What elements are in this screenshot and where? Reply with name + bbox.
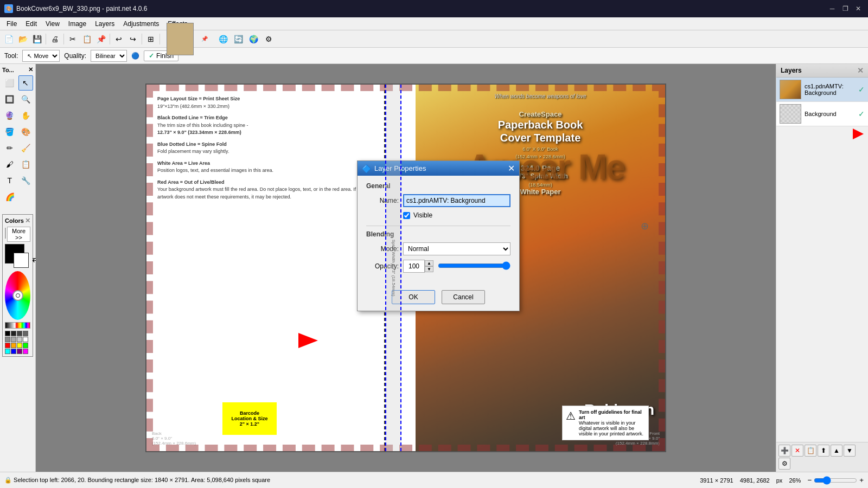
redo-btn[interactable]: ↪ — [126, 33, 139, 46]
layer-properties-btn[interactable]: ⚙ — [778, 458, 790, 470]
swatch-lightgray[interactable] — [11, 337, 16, 342]
text-tool[interactable]: T — [2, 173, 17, 188]
open-btn[interactable]: 📂 — [16, 33, 29, 46]
close-button[interactable]: ✕ — [853, 3, 864, 14]
quick-extra3[interactable]: 🌍 — [247, 33, 260, 46]
swatch-gray[interactable] — [23, 331, 28, 336]
sep3 — [110, 34, 110, 44]
swatch-lime[interactable] — [23, 343, 28, 348]
delete-layer-btn[interactable]: ✕ — [792, 445, 803, 457]
swatch-magenta[interactable] — [23, 349, 28, 354]
opacity-up-btn[interactable]: ▲ — [425, 260, 433, 266]
duplicate-layer-btn[interactable]: 📋 — [805, 445, 816, 457]
eraser-tool[interactable]: 🧹 — [18, 140, 34, 156]
swatch-black[interactable] — [5, 331, 10, 336]
swatch-midgray[interactable] — [5, 337, 10, 342]
add-layer-btn[interactable]: ➕ — [778, 445, 790, 457]
color-gradient-bar[interactable] — [5, 322, 30, 329]
cancel-button[interactable]: Cancel — [442, 290, 485, 304]
swatch-darkgray2[interactable] — [17, 331, 22, 336]
selection-info: 🔒 Selection top left: 2066, 20. Bounding… — [4, 477, 270, 484]
save-btn[interactable]: 💾 — [30, 33, 43, 46]
swatch-white[interactable] — [23, 337, 28, 342]
cut-btn[interactable]: ✂ — [66, 33, 79, 46]
layers-close-button[interactable]: ✕ — [857, 66, 864, 75]
zoom-in-btn[interactable]: + — [859, 476, 864, 484]
layer-visible-2[interactable]: ✓ — [858, 110, 865, 118]
zoom-tool[interactable]: 🔍 — [18, 92, 34, 107]
sample-control: 🔵 — [131, 52, 139, 60]
menu-layers[interactable]: Layers — [91, 17, 119, 30]
move-tool[interactable]: ↖ — [18, 75, 34, 91]
dialog-close-button[interactable]: ✕ — [508, 163, 515, 174]
layer-properties-dialog[interactable]: 🔷 Layer Properties ✕ General Name: — [357, 160, 520, 311]
shapes-tool[interactable]: 🔧 — [18, 173, 34, 188]
pin-btn[interactable]: 📌 — [198, 33, 211, 46]
quick-extra4[interactable]: ⚙ — [262, 33, 275, 46]
lasso-tool[interactable]: 🔲 — [2, 92, 17, 107]
menu-view[interactable]: View — [41, 17, 64, 30]
move-layer-down-btn[interactable]: ▼ — [844, 445, 856, 457]
swatch-darkgray1[interactable] — [11, 331, 16, 336]
menu-adjustments[interactable]: Adjustments — [119, 17, 163, 30]
tool-label: Tool: — [4, 52, 18, 60]
canvas-area[interactable]: Page Layout Size = Print Sheet Size 19"×… — [36, 64, 776, 472]
color-picker-tool[interactable]: 🎨 — [18, 124, 34, 139]
paint-bucket-tool[interactable]: 🪣 — [2, 124, 17, 139]
grid-btn[interactable]: ⊞ — [144, 33, 157, 46]
swatch-yellow[interactable] — [17, 343, 22, 348]
color-mode-dropdown[interactable]: Primary Secondary — [5, 228, 6, 239]
dialog-titlebar: 🔷 Layer Properties ✕ — [358, 161, 519, 176]
brush-tool[interactable]: 🖌 — [2, 157, 17, 172]
swatch-cyan[interactable] — [5, 349, 10, 354]
canvas: Page Layout Size = Print Sheet Size 19"×… — [145, 84, 666, 452]
color-wheel[interactable] — [5, 271, 30, 320]
menu-image[interactable]: Image — [64, 17, 91, 30]
visible-checkbox[interactable] — [403, 212, 410, 219]
layer-visible-1[interactable]: ✓ — [858, 85, 865, 94]
layer-item-1[interactable]: cs1.pdnAMTV: Background ✓ — [776, 78, 868, 102]
gradient-tool[interactable]: 🌈 — [2, 189, 17, 204]
print-btn[interactable]: 🖨 — [48, 33, 61, 46]
opacity-slider[interactable] — [438, 261, 510, 270]
zoom-out-btn[interactable]: − — [807, 476, 812, 484]
maximize-button[interactable]: ❐ — [840, 3, 851, 14]
quick-extra1[interactable]: 🌐 — [216, 33, 229, 46]
colors-more-button[interactable]: More >> — [7, 227, 30, 242]
menu-file[interactable]: File — [2, 17, 21, 30]
layer-item-2[interactable]: Background ✓ — [776, 102, 868, 126]
opacity-input[interactable] — [403, 260, 425, 273]
secondary-color-swatch[interactable] — [14, 253, 29, 268]
minimize-button[interactable]: ─ — [827, 3, 838, 14]
tool-selector[interactable]: ↖ Move — [22, 50, 60, 62]
swatch-red[interactable] — [5, 343, 10, 348]
colors-close-button[interactable]: ✕ — [25, 217, 30, 224]
swatch-orange[interactable] — [11, 343, 16, 348]
layer-name-1: cs1.pdnAMTV: Background — [805, 83, 855, 96]
select-rect-tool[interactable]: ⬜ — [2, 75, 17, 91]
layer-name-input[interactable] — [403, 194, 510, 207]
quick-extra2[interactable]: 🔄 — [232, 33, 245, 46]
colors-header: Colors ✕ — [5, 217, 30, 224]
opacity-down-btn[interactable]: ▼ — [425, 266, 433, 272]
zoom-slider[interactable] — [814, 476, 857, 485]
undo-btn[interactable]: ↩ — [112, 33, 125, 46]
merge-layer-btn[interactable]: ⬆ — [818, 445, 829, 457]
magic-wand-tool[interactable]: 🔮 — [2, 108, 17, 123]
visible-row: Visible — [403, 211, 510, 219]
swatch-silver[interactable] — [17, 337, 22, 342]
swatch-blue[interactable] — [11, 349, 16, 354]
pencil-tool[interactable]: ✏ — [2, 140, 17, 156]
swatch-purple[interactable] — [17, 349, 22, 354]
clone-tool[interactable]: 📋 — [18, 157, 34, 172]
pan-tool[interactable]: ✋ — [18, 108, 34, 123]
quality-selector[interactable]: Bilinear — [91, 50, 127, 62]
paste-btn[interactable]: 📌 — [94, 33, 107, 46]
red-area-title: Red Area = Out of Live/Bleed — [157, 179, 373, 187]
blend-mode-dropdown[interactable]: Normal Multiply Screen Overlay — [403, 242, 510, 255]
move-layer-up-btn[interactable]: ▲ — [831, 445, 843, 457]
menu-edit[interactable]: Edit — [21, 17, 41, 30]
new-btn[interactable]: 📄 — [2, 33, 15, 46]
copy-btn[interactable]: 📋 — [80, 33, 93, 46]
tool-panel-close[interactable]: ✕ — [28, 66, 33, 73]
